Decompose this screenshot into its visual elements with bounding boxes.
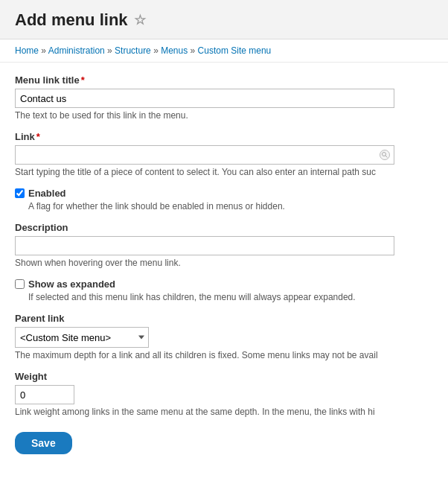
weight-label: Weight — [15, 371, 433, 382]
link-group: Link* Start typing the title of a piece … — [15, 131, 433, 177]
parent-link-group: Parent link <Custom Site menu> The maxim… — [15, 313, 433, 360]
parent-link-select[interactable]: <Custom Site menu> — [15, 327, 149, 348]
parent-link-label: Parent link — [15, 313, 433, 324]
enabled-description: A flag for whether the link should be en… — [28, 201, 433, 211]
parent-link-description: The maximum depth for a link and all its… — [15, 350, 433, 360]
page-header: Add menu link ☆ — [0, 0, 448, 39]
svg-point-0 — [383, 153, 386, 156]
svg-line-1 — [385, 156, 388, 158]
bookmark-star-icon[interactable]: ☆ — [134, 12, 146, 28]
show-as-expanded-label[interactable]: Show as expanded — [15, 279, 433, 290]
form-content: Menu link title* The text to be used for… — [0, 63, 448, 466]
page-title: Add menu link ☆ — [15, 10, 433, 30]
enabled-group: Enabled A flag for whether the link shou… — [15, 188, 433, 211]
weight-description: Link weight among links in the same menu… — [15, 407, 433, 417]
breadcrumb-structure[interactable]: Structure — [115, 45, 151, 56]
show-as-expanded-checkbox[interactable] — [15, 279, 25, 289]
link-autocomplete-icon — [380, 150, 390, 160]
enabled-label[interactable]: Enabled — [15, 188, 433, 199]
menu-link-title-group: Menu link title* The text to be used for… — [15, 74, 433, 121]
breadcrumb: Home » Administration » Structure » Menu… — [0, 39, 448, 63]
menu-link-title-input[interactable] — [15, 89, 394, 108]
breadcrumb-menus[interactable]: Menus — [161, 45, 188, 56]
description-group: Description Shown when hovering over the… — [15, 222, 433, 268]
link-label: Link* — [15, 131, 433, 142]
weight-input[interactable] — [15, 385, 74, 404]
weight-group: Weight Link weight among links in the sa… — [15, 371, 433, 417]
breadcrumb-home[interactable]: Home — [15, 45, 39, 56]
description-input[interactable] — [15, 236, 394, 255]
link-input[interactable] — [15, 145, 394, 165]
link-description: Start typing the title of a piece of con… — [15, 167, 433, 177]
link-input-wrapper — [15, 145, 394, 165]
page-title-text: Add menu link — [15, 10, 128, 30]
enabled-checkbox[interactable] — [15, 188, 25, 198]
breadcrumb-administration[interactable]: Administration — [48, 45, 105, 56]
show-as-expanded-description: If selected and this menu link has child… — [28, 292, 433, 302]
link-required-star: * — [36, 131, 40, 142]
menu-link-title-description: The text to be used for this link in the… — [15, 110, 433, 121]
breadcrumb-custom-site-menu[interactable]: Custom Site menu — [198, 45, 272, 56]
menu-link-title-label: Menu link title* — [15, 74, 433, 86]
parent-link-select-wrapper: <Custom Site menu> — [15, 327, 149, 348]
save-button[interactable]: Save — [15, 432, 72, 454]
description-help: Shown when hovering over the menu link. — [15, 258, 433, 268]
show-as-expanded-group: Show as expanded If selected and this me… — [15, 279, 433, 302]
required-star: * — [81, 74, 85, 86]
description-label: Description — [15, 222, 433, 233]
